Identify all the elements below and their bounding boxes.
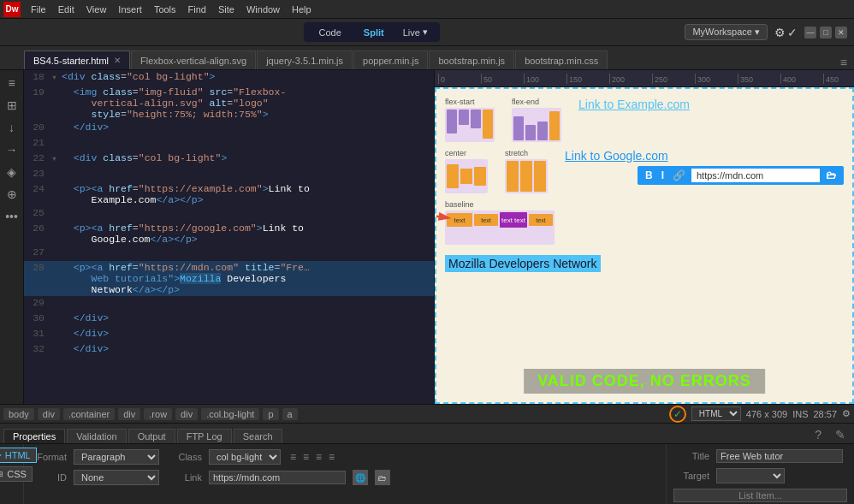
title-input[interactable] — [716, 449, 843, 463]
url-input[interactable] — [691, 169, 820, 182]
link-edit-toolbar: B I 🔗 🗁 — [638, 166, 844, 185]
tab-close-icon[interactable]: ✕ — [114, 56, 121, 65]
toolbar-right: MyWorkspace ▾ ⚙ ✓ — □ ✕ — [685, 24, 847, 40]
menu-help[interactable]: Help — [287, 3, 317, 16]
format-label: Format — [31, 452, 67, 462]
menu-site[interactable]: Site — [213, 3, 240, 16]
menu-window[interactable]: Window — [241, 3, 285, 16]
code-editor[interactable]: 18 ▾ <div class="col bg-light"> 19 <img … — [24, 70, 435, 404]
bold-button[interactable]: B — [643, 169, 655, 181]
ruler-0: 0 — [438, 74, 481, 84]
live-view-button[interactable]: Live ▾ — [396, 24, 435, 40]
tab-flexbox[interactable]: Flexbox-vertical-align.svg — [131, 50, 256, 69]
preview-content: flex-start flex-end — [435, 87, 854, 404]
class-label: Class — [166, 452, 202, 462]
menu-view[interactable]: View — [81, 3, 112, 16]
status-settings-icon[interactable]: ⚙ — [842, 408, 851, 419]
sidebar-files-icon[interactable]: ≡ — [3, 74, 21, 92]
tab-search[interactable]: Search — [234, 429, 282, 443]
align-left-icon[interactable]: ≡ — [288, 450, 299, 464]
target-row: Target — [673, 468, 847, 483]
props-right-content: Title Target List Item... — [666, 444, 854, 504]
minimize-button[interactable]: — — [804, 27, 816, 39]
status-right: ✓ HTML 476 x 309 INS 28:57 ⚙ — [669, 406, 851, 423]
list-item-button[interactable]: List Item... — [673, 489, 847, 502]
preview-link1-area: Link to Example.com — [578, 98, 844, 142]
align-right-icon[interactable]: ≡ — [313, 450, 324, 464]
split-view-button[interactable]: Split — [353, 25, 394, 40]
sidebar-add-icon[interactable]: ⊕ — [3, 185, 21, 204]
title-row: Title — [673, 449, 847, 463]
tab-filter-icon[interactable]: ≡ — [833, 56, 854, 69]
code-line-26: 26 <p><a href="https://google.com">Link … — [24, 222, 434, 246]
preview-link1[interactable]: Link to Example.com — [578, 98, 844, 111]
menu-insert[interactable]: Insert — [113, 3, 147, 16]
props-format-row: Format Paragraph Class col bg-light ≡ ≡ … — [31, 449, 659, 465]
code-line-27: 27 — [24, 246, 434, 261]
preview-highlighted-text: Mozilla Developers Network — [445, 255, 601, 272]
format-dropdown[interactable]: Paragraph — [74, 449, 159, 465]
link-globe-button[interactable]: 🌐 — [353, 470, 368, 485]
main-area: ≡ ⊞ ↓ → ◈ ⊕ ••• 18 ▾ <div class="col bg-… — [0, 70, 854, 404]
format-icons: ≡ ≡ ≡ ≡ — [288, 450, 337, 464]
class-dropdown[interactable]: col bg-light — [209, 449, 281, 465]
expand-button[interactable]: ✎ — [830, 426, 851, 443]
valid-code-message: VALID CODE, NO ERRORS — [524, 369, 765, 394]
tab-bootstrap-css[interactable]: bootstrap.min.css — [515, 50, 608, 69]
tab-active[interactable]: BS4.5-starter.html ✕ — [24, 50, 130, 69]
link-input[interactable] — [209, 471, 346, 484]
tab-popper[interactable]: popper.min.js — [353, 50, 428, 69]
flexbox-demos-2: center stretch — [445, 149, 844, 193]
tab-ftp-log[interactable]: FTP Log — [177, 429, 232, 443]
menu-items: File Edit View Insert Tools Find Site Wi… — [26, 3, 317, 16]
menu-file[interactable]: File — [26, 3, 51, 16]
app-logo: Dw — [3, 2, 21, 17]
close-button[interactable]: ✕ — [835, 27, 847, 39]
tab-bootstrap-js[interactable]: bootstrap.min.js — [429, 50, 514, 69]
status-body[interactable]: body — [3, 408, 34, 420]
link-icon-button[interactable]: 🔗 — [670, 169, 688, 181]
sidebar-arrow-icon[interactable]: → — [3, 140, 21, 159]
status-div2[interactable]: div — [118, 408, 140, 420]
align-justify-icon[interactable]: ≡ — [326, 450, 337, 464]
valid-indicator: ✓ — [669, 406, 686, 423]
id-dropdown[interactable]: None — [74, 470, 159, 485]
gear-icon: ⚙ — [774, 26, 786, 39]
status-a[interactable]: a — [282, 408, 298, 420]
align-center-icon[interactable]: ≡ — [300, 450, 311, 464]
status-div1[interactable]: div — [38, 408, 60, 420]
code-line-32: 32 </div> — [24, 342, 434, 358]
sidebar-assets-icon[interactable]: ◈ — [3, 163, 21, 181]
format-select[interactable]: HTML — [691, 406, 741, 421]
menu-tools[interactable]: Tools — [149, 3, 181, 16]
settings-button[interactable]: ⚙ ✓ — [774, 26, 798, 39]
status-div3[interactable]: div — [175, 408, 198, 420]
status-p[interactable]: p — [263, 408, 278, 420]
sidebar-insert-icon[interactable]: ↓ — [3, 118, 21, 137]
ruler-50: 50 — [481, 74, 524, 84]
properties-tabs: Properties Validation Output FTP Log Sea… — [0, 424, 854, 444]
sidebar-grid-icon[interactable]: ⊞ — [3, 96, 21, 115]
ruler-250: 250 — [652, 74, 695, 84]
tab-properties[interactable]: Properties — [3, 429, 65, 443]
tab-output[interactable]: Output — [128, 429, 175, 443]
maximize-button[interactable]: □ — [820, 27, 832, 39]
folder-icon-button[interactable]: 🗁 — [823, 169, 839, 181]
sidebar-more-icon[interactable]: ••• — [3, 207, 21, 226]
menu-edit[interactable]: Edit — [53, 3, 80, 16]
props-type-selector: <> HTML ⊞ CSS — [0, 444, 24, 504]
tab-jquery[interactable]: jquery-3.5.1.min.js — [257, 50, 353, 69]
target-dropdown[interactable] — [716, 468, 785, 483]
status-row[interactable]: .row — [144, 408, 172, 420]
tab-validation[interactable]: Validation — [67, 429, 127, 443]
status-col-bg-light[interactable]: .col.bg-light — [201, 408, 259, 420]
italic-button[interactable]: I — [659, 169, 667, 181]
status-container[interactable]: .container — [63, 408, 115, 420]
preview-link2[interactable]: Link to Google.com — [565, 149, 668, 163]
link-folder-button[interactable]: 🗁 — [375, 470, 390, 485]
code-view-button[interactable]: Code — [309, 25, 352, 40]
code-line-21: 21 — [24, 136, 434, 151]
menu-find[interactable]: Find — [183, 3, 211, 16]
help-button[interactable]: ? — [810, 426, 827, 443]
workspace-selector[interactable]: MyWorkspace ▾ — [685, 24, 768, 40]
